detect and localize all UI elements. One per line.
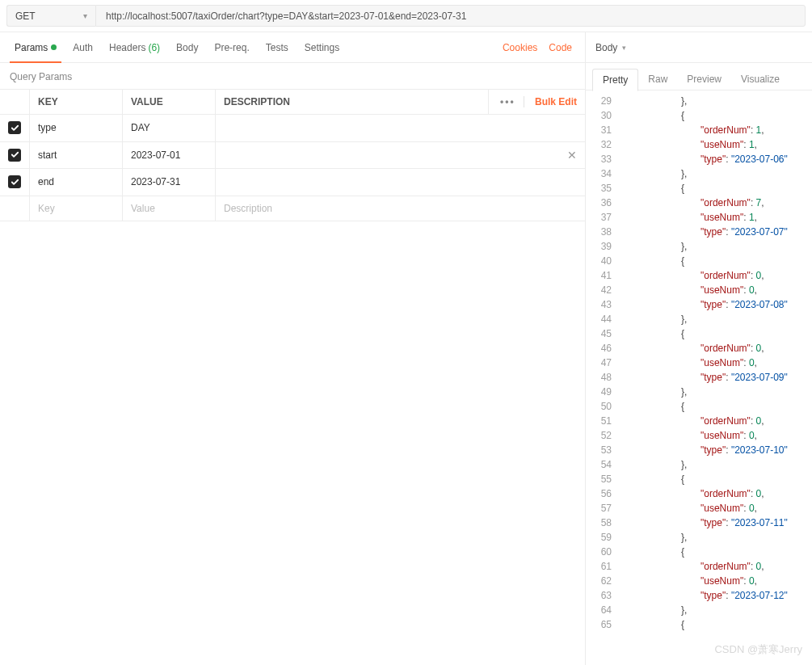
chevron-down-icon: ▾ [83,11,87,20]
line-number: 47 [586,356,620,370]
param-desc-cell[interactable]: ✕ [216,141,586,169]
bulk-edit-link[interactable]: Bulk Edit [535,96,577,107]
line-number: 31 [586,123,620,137]
delete-row-icon[interactable]: ✕ [567,149,577,162]
line-number: 50 [586,399,620,414]
param-desc-cell[interactable] [216,169,586,196]
line-number: 62 [586,574,620,588]
http-method-label: GET [15,11,36,22]
line-number: 40 [586,254,620,268]
line-number: 33 [586,152,620,166]
tab-headers[interactable]: Headers (6) [101,32,168,62]
line-number: 44 [586,312,620,326]
tab-auth[interactable]: Auth [65,32,101,62]
line-number: 63 [586,588,620,603]
param-enabled-checkbox[interactable] [8,149,21,162]
tab-params[interactable]: Params [6,32,65,62]
line-number: 60 [586,545,620,559]
view-tab-visualize[interactable]: Visualize [731,69,789,90]
request-tabs: Params Auth Headers (6) Body Pre-req. Te… [0,32,585,63]
line-number: 55 [586,472,620,486]
tab-tests[interactable]: Tests [258,32,297,62]
query-params-heading: Query Params [0,63,585,89]
line-number: 29 [586,94,620,108]
response-body[interactable]: 29},30{31"orderNum": 1,32"useNum": 1,33"… [586,90,812,665]
line-number: 56 [586,486,620,501]
line-number: 41 [586,268,620,283]
more-options-icon[interactable]: ••• [500,96,524,107]
line-number: 64 [586,603,620,617]
line-number: 32 [586,137,620,152]
http-method-select[interactable]: GET ▾ [6,5,95,27]
line-number: 54 [586,457,620,472]
param-value-cell[interactable]: 2023-07-01 [123,141,216,169]
line-number: 30 [586,108,620,123]
param-key-cell[interactable]: end [30,169,123,196]
param-key-cell[interactable]: type [30,115,123,142]
line-number: 46 [586,341,620,356]
line-number: 49 [586,385,620,399]
query-params-table: KEY VALUE DESCRIPTION ••• Bulk Edit type… [0,89,585,221]
key-placeholder[interactable]: Key [38,203,55,214]
code-link[interactable]: Code [549,42,572,53]
view-tab-pretty[interactable]: Pretty [592,69,638,91]
chevron-down-icon: ▾ [622,44,626,52]
line-number: 51 [586,414,620,428]
col-header-desc: DESCRIPTION [216,90,489,115]
view-tab-preview[interactable]: Preview [677,69,731,90]
line-number: 42 [586,283,620,297]
line-number: 57 [586,501,620,516]
param-enabled-checkbox[interactable] [8,175,21,188]
response-view-tabs: Pretty Raw Preview Visualize [586,63,812,90]
tab-prereq[interactable]: Pre-req. [206,32,257,62]
param-desc-cell[interactable] [216,115,586,142]
line-number: 65 [586,617,620,632]
tab-settings[interactable]: Settings [297,32,347,62]
line-number: 45 [586,326,620,341]
param-key-cell[interactable]: start [30,141,123,169]
view-tab-raw[interactable]: Raw [638,69,677,90]
line-number: 61 [586,559,620,574]
line-number: 36 [586,196,620,210]
line-number: 38 [586,225,620,239]
line-number: 58 [586,516,620,530]
line-number: 37 [586,210,620,225]
params-activity-dot-icon [51,44,57,50]
param-value-cell[interactable]: DAY [123,115,216,142]
line-number: 52 [586,428,620,443]
line-number: 43 [586,297,620,312]
col-header-value: VALUE [123,90,216,115]
line-number: 48 [586,370,620,385]
value-placeholder[interactable]: Value [131,203,155,214]
url-input[interactable] [95,5,806,27]
line-number: 59 [586,530,620,545]
cookies-link[interactable]: Cookies [503,42,537,53]
line-number: 35 [586,181,620,196]
param-enabled-checkbox[interactable] [8,121,21,134]
desc-placeholder[interactable]: Description [224,203,272,214]
tab-body[interactable]: Body [168,32,206,62]
line-number: 34 [586,166,620,181]
line-number: 39 [586,239,620,254]
line-number: 53 [586,443,620,457]
param-value-cell[interactable]: 2023-07-31 [123,169,216,196]
col-header-key: KEY [30,90,123,115]
response-section-select[interactable]: Body ▾ [586,32,812,63]
